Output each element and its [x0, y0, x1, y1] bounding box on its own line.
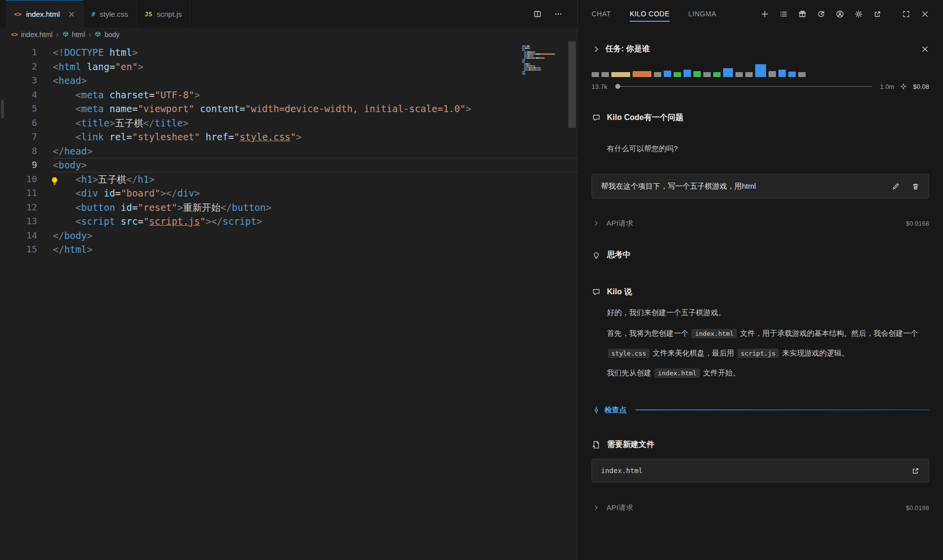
account-icon[interactable] [835, 9, 844, 18]
html-file-icon: <> [14, 10, 22, 18]
kilo-says-header: Kilo 说 [592, 287, 929, 297]
line-number: 6 [0, 116, 53, 130]
fullscreen-icon[interactable] [901, 9, 910, 18]
panel-tabs: CHAT KILO CODE LINGMA [592, 6, 717, 22]
usage-block [633, 71, 651, 77]
new-file-name: index.html [601, 467, 643, 475]
history-icon[interactable] [816, 9, 825, 18]
new-file-box[interactable]: index.html [592, 459, 929, 482]
usage-block [735, 72, 743, 77]
left-edge-indicator [1, 100, 4, 119]
close-icon[interactable] [920, 9, 929, 18]
breadcrumb-item-file[interactable]: <> index.html [11, 31, 52, 39]
edit-icon[interactable] [891, 182, 900, 191]
api-request-cost: $0.0198 [906, 504, 929, 512]
code-line[interactable]: 2<html lang="en"> [0, 60, 577, 74]
code-line[interactable]: 3<head> [0, 74, 577, 88]
tab-lingma[interactable]: LINGMA [688, 6, 717, 22]
usage-block [745, 72, 753, 77]
settings-icon[interactable] [854, 9, 863, 18]
code-area[interactable]: 1<!DOCTYPE html>2<html lang="en">3<head>… [0, 41, 577, 560]
kilo-says-title: Kilo 说 [607, 287, 632, 297]
usage-block [713, 72, 721, 77]
code-line[interactable]: 15</html> [0, 242, 577, 257]
code-line[interactable]: 1<!DOCTYPE html> [0, 45, 577, 60]
assistant-paragraph: 首先，我将为您创建一个 index.html 文件，用于承载游戏的基本结构。然后… [592, 323, 929, 363]
line-number: 10 [0, 172, 53, 187]
line-number: 13 [0, 214, 53, 229]
external-link-icon[interactable] [873, 9, 882, 18]
api-request-row[interactable]: API请求 $0.0198 [592, 502, 929, 513]
line-number: 14 [0, 229, 53, 243]
close-icon[interactable] [920, 44, 929, 53]
code-line[interactable]: 10 <h1>五子棋</h1> [0, 172, 577, 187]
question-section-header: Kilo Code有一个问题 [592, 113, 929, 123]
breadcrumb-chevron-icon: › [56, 31, 58, 39]
chevron-right-icon [592, 219, 600, 228]
checkpoint-row[interactable]: 检查点 [592, 404, 929, 416]
minimap[interactable] [522, 45, 561, 75]
usage-block [703, 72, 711, 77]
vscode-window: <> index.html # style.css JS script.js [0, 0, 943, 560]
tab-style-css[interactable]: # style.css [84, 0, 136, 28]
code-line[interactable]: 7 <link rel="stylesheet" href="style.css… [0, 130, 577, 144]
trash-icon[interactable] [911, 182, 920, 191]
line-number: 8 [0, 144, 53, 159]
line-number: 7 [0, 130, 53, 144]
code-line[interactable]: 9<body> [0, 158, 577, 172]
plus-icon[interactable] [760, 9, 769, 18]
tab-script-js[interactable]: JS script.js [136, 0, 190, 28]
tab-label: script.js [157, 10, 182, 18]
slider-knob[interactable] [615, 84, 620, 89]
symbol-cube-icon [62, 31, 69, 38]
tab-index-html[interactable]: <> index.html [6, 0, 84, 28]
task-list-icon[interactable] [779, 9, 788, 18]
line-number: 15 [0, 242, 53, 257]
split-editor-icon[interactable] [533, 9, 542, 18]
api-request-cost: $0.0168 [906, 220, 929, 227]
code-line[interactable]: 12 <button id="reset">重新开始</button> [0, 200, 577, 215]
more-actions-icon[interactable] [554, 9, 562, 18]
code-line[interactable]: 13 <script src="script.js"></script> [0, 214, 577, 229]
close-icon[interactable] [68, 11, 75, 18]
breadcrumb-item-body[interactable]: body [94, 31, 119, 39]
symbol-cube-icon [94, 31, 101, 38]
new-file-icon [592, 440, 600, 449]
breadcrumb-item-html[interactable]: html [62, 31, 85, 39]
code-line[interactable]: 14</body> [0, 229, 577, 243]
api-request-label: API请求 [606, 219, 633, 228]
lightbulb-icon[interactable] [50, 175, 59, 183]
usage-block [798, 72, 806, 77]
code-line[interactable]: 4 <meta charset="UTF-8"> [0, 88, 577, 102]
token-usage-bar [592, 64, 929, 77]
comment-icon [592, 114, 600, 122]
code-line[interactable]: 5 <meta name="viewport" content="width=d… [0, 102, 577, 116]
api-request-row[interactable]: API请求 $0.0168 [592, 218, 929, 229]
user-prompt-box[interactable]: 帮我在这个项目下，写一个五子棋游戏，用html [592, 174, 929, 199]
marketplace-icon[interactable] [798, 9, 807, 18]
code-lines: 1<!DOCTYPE html>2<html lang="en">3<head>… [0, 41, 577, 257]
code-line[interactable]: 11 <div id="board"></div> [0, 186, 577, 200]
breadcrumb-label: index.html [21, 31, 52, 39]
tokens-used: 13.7k [592, 83, 607, 90]
prompt-actions [891, 182, 920, 191]
total-cost: $0.08 [913, 83, 929, 90]
task-header[interactable]: 任务: 你是谁 [592, 41, 929, 56]
tab-chat[interactable]: CHAT [592, 6, 611, 22]
task-title: 任务: 你是谁 [605, 44, 650, 54]
code-line[interactable]: 6 <title>五子棋</title> [0, 116, 577, 130]
editor-tab-bar: <> index.html # style.css JS script.js [0, 0, 577, 28]
code-line[interactable]: 8</head> [0, 144, 577, 159]
checkpoint-line [636, 409, 929, 410]
usage-block [723, 68, 733, 77]
question-body: 有什么可以帮您的吗? [592, 144, 929, 154]
usage-block [788, 72, 796, 77]
tab-kilo-code[interactable]: KILO CODE [630, 6, 670, 22]
tab-label: style.css [100, 10, 129, 18]
usage-block [611, 72, 630, 77]
editor-scrollbar[interactable] [568, 41, 576, 128]
external-link-icon[interactable] [911, 466, 920, 475]
line-number: 4 [0, 88, 53, 102]
context-slider[interactable] [615, 86, 872, 87]
checkpoint-label: 检查点 [604, 405, 627, 415]
